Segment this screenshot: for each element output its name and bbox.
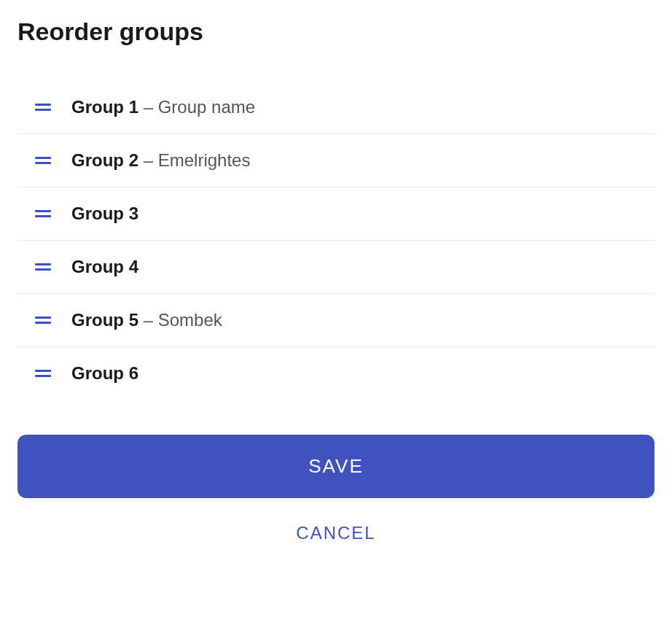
group-item[interactable]: Group 1 – Group name <box>17 81 655 134</box>
group-name: Group name <box>158 97 255 117</box>
drag-handle-icon[interactable] <box>35 209 51 219</box>
group-item[interactable]: Group 5 – Sombek <box>17 294 655 347</box>
drag-handle-icon[interactable] <box>35 315 51 325</box>
actions: SAVE CANCEL <box>17 435 655 549</box>
group-label: Group 2 – Emelrightes <box>71 150 250 171</box>
group-label: Group 5 – Sombek <box>71 310 222 330</box>
group-label: Group 1 – Group name <box>71 97 255 117</box>
drag-handle-icon[interactable] <box>35 155 51 166</box>
group-item[interactable]: Group 6 <box>17 347 655 400</box>
group-item[interactable]: Group 2 – Emelrightes <box>17 134 655 187</box>
group-separator: – <box>138 97 158 117</box>
group-label: Group 3 <box>71 203 138 224</box>
group-name: Sombek <box>158 310 222 330</box>
drag-handle-icon[interactable] <box>35 368 51 379</box>
group-number: Group 4 <box>71 257 138 276</box>
drag-handle-icon[interactable] <box>35 262 51 272</box>
save-button[interactable]: SAVE <box>17 435 655 498</box>
drag-handle-icon[interactable] <box>35 102 51 112</box>
group-number: Group 6 <box>71 363 138 383</box>
group-number: Group 5 <box>71 310 138 330</box>
group-name: Emelrightes <box>158 150 251 170</box>
group-number: Group 1 <box>71 97 138 117</box>
group-label: Group 4 <box>71 257 138 277</box>
group-separator: – <box>138 310 158 330</box>
group-label: Group 6 <box>71 363 138 384</box>
group-item[interactable]: Group 3 <box>17 187 655 241</box>
cancel-button[interactable]: CANCEL <box>17 517 655 549</box>
group-list: Group 1 – Group name Group 2 – Emelright… <box>17 81 655 400</box>
group-number: Group 3 <box>71 203 138 223</box>
group-separator: – <box>138 150 158 170</box>
group-number: Group 2 <box>71 150 138 170</box>
group-item[interactable]: Group 4 <box>17 241 655 294</box>
page-title: Reorder groups <box>17 18 655 46</box>
